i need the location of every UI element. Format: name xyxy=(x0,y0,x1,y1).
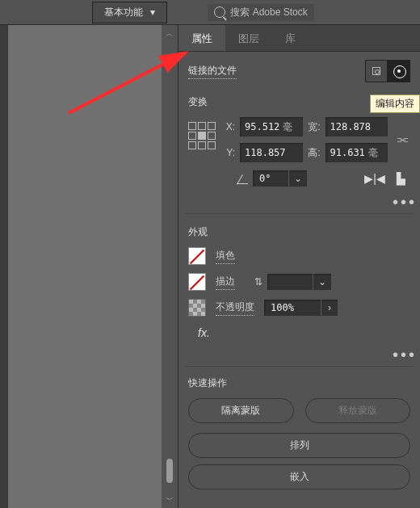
x-label: X: xyxy=(222,121,235,132)
tab-layers[interactable]: 图层 xyxy=(225,25,272,51)
quick-actions-title: 快速操作 xyxy=(178,370,420,395)
chevron-down-icon: ▾ xyxy=(150,6,155,18)
opacity-popup-button[interactable]: › xyxy=(321,300,338,316)
reticle-icon xyxy=(370,65,383,78)
stock-search[interactable]: 搜索 Adobe Stock xyxy=(208,4,313,21)
y-field[interactable]: 118.857 xyxy=(240,143,303,162)
workspace-mode-label: 基本功能 xyxy=(104,6,143,18)
scrollbar-thumb[interactable] xyxy=(166,459,173,483)
arrange-button[interactable]: 排列 xyxy=(188,433,410,458)
h-label: 高: xyxy=(308,146,321,160)
appearance-title: 外观 xyxy=(188,225,208,239)
stroke-weight-field[interactable]: ⌄ xyxy=(267,274,331,290)
chevron-down-icon[interactable]: ⌄ xyxy=(288,170,307,187)
isolate-mask-button[interactable]: 隔离蒙版 xyxy=(188,398,294,423)
stroke-updown-icon[interactable]: ⇅ xyxy=(254,276,262,288)
release-mask-button: 释放蒙版 xyxy=(305,398,411,423)
w-field[interactable]: 128.878 xyxy=(326,117,388,136)
transform-title: 变换 xyxy=(188,95,208,109)
transform-more-menu[interactable]: ••• xyxy=(393,193,417,211)
tooltip: 编辑内容 xyxy=(370,94,420,113)
stroke-swatch[interactable] xyxy=(188,273,206,291)
collapse-chevron-up-icon[interactable]: ︿ xyxy=(166,28,174,40)
search-icon xyxy=(214,6,225,18)
x-field[interactable]: 95.512毫 xyxy=(240,117,303,136)
rotation-icon xyxy=(237,173,248,184)
edit-object-button[interactable] xyxy=(365,60,388,82)
target-icon xyxy=(393,65,405,78)
canvas-area[interactable] xyxy=(0,25,162,508)
fill-label: 填色 xyxy=(216,249,235,264)
chevron-down-icon[interactable]: ⌄ xyxy=(313,274,331,290)
tab-libraries[interactable]: 库 xyxy=(272,25,309,51)
fx-label[interactable]: fx. xyxy=(188,325,410,339)
workspace-mode-button[interactable]: 基本功能 ▾ xyxy=(92,2,167,23)
rotation-field[interactable]: 0° ⌄ xyxy=(253,170,307,187)
search-placeholder: 搜索 Adobe Stock xyxy=(230,6,307,19)
anchor-reference-point[interactable] xyxy=(188,122,216,149)
stroke-label: 描边 xyxy=(216,275,235,290)
edit-contents-button[interactable] xyxy=(388,60,410,82)
flip-vertical-button[interactable]: ▙ xyxy=(397,172,405,185)
appearance-more-menu[interactable]: ••• xyxy=(393,346,417,363)
embed-button[interactable]: 嵌入 xyxy=(188,464,410,489)
link-wh-icon[interactable]: ⫘ xyxy=(396,132,409,147)
y-label: Y: xyxy=(222,147,235,158)
opacity-label: 不透明度 xyxy=(216,300,254,316)
panel-tabs: 属性 图层 库 xyxy=(178,25,420,52)
fill-swatch[interactable] xyxy=(188,247,206,265)
opacity-field[interactable]: 100% › xyxy=(264,300,338,316)
linked-file-label[interactable]: 链接的文件 xyxy=(188,64,237,79)
h-field[interactable]: 91.631毫 xyxy=(326,143,388,162)
collapse-chevron-down-icon[interactable]: ﹀ xyxy=(166,494,174,506)
flip-horizontal-button[interactable]: ▶|◀ xyxy=(364,172,385,185)
opacity-swatch[interactable] xyxy=(188,299,206,317)
tab-properties[interactable]: 属性 xyxy=(178,25,225,51)
w-label: 宽: xyxy=(308,120,321,134)
